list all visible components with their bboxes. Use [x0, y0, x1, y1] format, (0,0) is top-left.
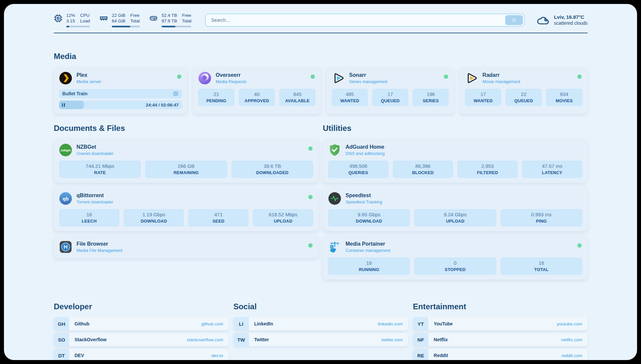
filebrowser-icon [59, 240, 72, 254]
twitter-abbr: TW [233, 333, 249, 346]
portainer-subtitle: Container management [346, 248, 390, 253]
cast-icon[interactable] [173, 91, 179, 97]
sonarr-app-link[interactable]: Sonarr Series management [332, 72, 449, 85]
stat-tile: 266 GB REMAINING [145, 161, 227, 178]
system-stats: 12% 3.15 CPU Load [54, 13, 191, 27]
stat-label: WANTED [333, 98, 367, 103]
stat-label: MOVIES [547, 98, 581, 103]
top-bar: 12% 3.15 CPU Load [54, 13, 588, 27]
search-input[interactable] [210, 17, 505, 23]
developer-section-title: Developer [54, 302, 229, 311]
dev-name: DEV [75, 353, 84, 358]
radarr-app-link[interactable]: Radarr Movie management [465, 72, 582, 85]
filebrowser-name: File Browser [76, 241, 122, 247]
qbittorrent-card: qb qBittorrent Torrent downloader 16 LEE… [54, 187, 319, 231]
speedtest-app-link[interactable]: Speedtest Speedtest Tracking [328, 192, 582, 205]
search-engine-button[interactable]: G [505, 15, 523, 25]
stat-label: LATENCY [523, 170, 581, 175]
documents-section-title: Documents & Files [54, 124, 319, 133]
stat-value: 618.52 Mbps [254, 212, 312, 217]
stat-value: 945 [281, 91, 314, 97]
stat-tile: 16 RUNNING [328, 258, 410, 275]
sonarr-name: Sonarr [349, 72, 387, 78]
stat-label: UPLOAD [415, 219, 495, 224]
stat-value: 485 [333, 91, 367, 97]
stat-value: 1.19 Gbps [125, 212, 183, 217]
portainer-status-dot [577, 243, 582, 248]
stat-tile: 9.65 Gbps DOWNLOAD [328, 209, 410, 227]
stat-tile: 39.6 TB DOWNLOADED [231, 161, 313, 178]
overseerr-subtitle: Media Requests [216, 79, 247, 84]
qbittorrent-icon: qb [59, 192, 72, 205]
stat-value: 834 [547, 91, 581, 97]
stat-tile: 86,396 BLOCKED [393, 161, 453, 178]
dev-abbr: DT [54, 349, 69, 360]
stat-value: 17 [466, 91, 500, 97]
bookmark-linkedin[interactable]: LI LinkedIn linkedin.com [233, 317, 408, 330]
cpu-progressbar [66, 26, 90, 27]
overseerr-app-link[interactable]: Overseerr Media Requests [198, 72, 316, 85]
ram-total-value: 64 GiB [112, 18, 125, 24]
plex-icon [59, 72, 72, 85]
bookmark-github[interactable]: GH Github github.com [54, 317, 229, 330]
stat-value: 40 [240, 91, 274, 97]
svg-text:qb: qb [63, 196, 69, 201]
filebrowser-app-link[interactable]: File Browser Media File Management [59, 240, 313, 254]
sonarr-card: Sonarr Series management 485 WANTED 17 Q… [326, 67, 454, 114]
sonarr-icon [332, 72, 345, 85]
qbittorrent-app-link[interactable]: qb qBittorrent Torrent downloader [59, 192, 313, 205]
bookmark-reddit[interactable]: RE Reddit reddit.com [413, 349, 588, 360]
stat-value: 39.6 TB [233, 163, 312, 169]
portainer-app-link[interactable]: Media Portainer Container management [328, 240, 582, 254]
linkedin-name: LinkedIn [254, 321, 273, 326]
stat-label: SEED [190, 219, 247, 224]
stat-tile: 485 WANTED [332, 89, 368, 106]
stat-tile: 498,508 QUERIES [328, 161, 388, 178]
netflix-name: Netflix [434, 337, 448, 342]
portainer-card: Media Portainer Container management 16 … [323, 236, 588, 280]
qbittorrent-status-dot [308, 195, 313, 199]
overseerr-icon [198, 72, 211, 85]
nzbget-status-dot [308, 146, 313, 151]
utilities-section-title: Utilities [323, 124, 588, 133]
stat-value: 86,396 [394, 163, 452, 169]
twitter-url: twitter.com [382, 337, 403, 342]
speedtest-card: Speedtest Speedtest Tracking 9.65 Gbps D… [323, 187, 588, 231]
stat-tile: 471 SEED [188, 209, 249, 227]
disk-stat: 52.4 TB 97.9 TB Free Total [149, 13, 192, 27]
bookmark-youtube[interactable]: YT YouTube youtube.com [413, 317, 588, 330]
stat-label: DOWNLOAD [329, 219, 409, 224]
stat-value: 498,508 [329, 163, 387, 169]
ram-free-label: Free [130, 13, 140, 18]
nzbget-card: nzbget NZBGet Usenet downloader 744.21 M… [54, 139, 319, 183]
playback-progressbar[interactable]: 24:44 / 02:06:47 [59, 101, 182, 109]
nzbget-app-link[interactable]: nzbget NZBGet Usenet downloader [59, 143, 313, 157]
bookmark-netflix[interactable]: NF Netflix netflix.com [413, 333, 588, 346]
dev-url: dev.to [211, 353, 223, 358]
filebrowser-card: File Browser Media File Management [54, 236, 319, 258]
bookmark-stackoverflow[interactable]: SO StackOverflow stackoverflow.com [54, 333, 229, 346]
ram-stat: 22 GiB 64 GiB Free Total [99, 13, 140, 27]
now-playing-title: Bullet Train [62, 91, 87, 96]
social-section-title: Social [233, 302, 408, 311]
disk-total-value: 97.9 TB [162, 18, 177, 24]
youtube-abbr: YT [413, 317, 428, 330]
cpu-icon [54, 14, 63, 23]
speedtest-icon [328, 192, 341, 205]
playback-time: 24:44 / 02:06:47 [146, 103, 182, 107]
stackoverflow-abbr: SO [54, 333, 69, 346]
bookmark-dev[interactable]: DT DEV dev.to [54, 349, 229, 360]
radarr-icon [465, 72, 478, 85]
entertainment-section-title: Entertainment [413, 302, 588, 311]
pause-icon[interactable] [62, 103, 65, 107]
adguard-app-link[interactable]: AdGuard Home DNS and adblocking [328, 143, 582, 157]
bookmark-twitter[interactable]: TW Twitter twitter.com [233, 333, 408, 346]
section-entertainment: Entertainment YT YouTube youtube.com NF … [413, 302, 588, 360]
stat-label: PING [502, 219, 581, 224]
section-documents: Documents & Files nzbget NZBGet Usenet d… [54, 124, 319, 263]
stat-value: 16 [329, 260, 409, 266]
twitter-name: Twitter [254, 337, 269, 342]
netflix-url: netflix.com [561, 337, 582, 342]
stat-label: WANTED [466, 98, 500, 103]
plex-app-link[interactable]: Plex Media server [59, 72, 182, 85]
